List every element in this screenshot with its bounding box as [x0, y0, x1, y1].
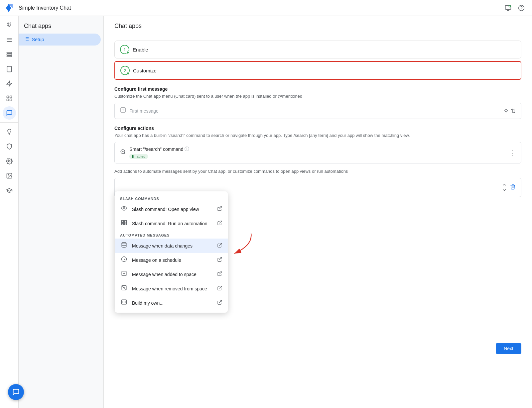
smart-search-content: Smart "/search" command ⓘ Enabled: [129, 146, 506, 159]
dropdown-item-open-app-view[interactable]: Slash command: Open app view: [115, 202, 228, 216]
build-own-icon: [120, 299, 128, 307]
dropdown-item-build-own[interactable]: Build my own...: [115, 296, 228, 310]
app-logo: [5, 3, 15, 13]
run-automation-label: Slash command: Run an automation: [132, 221, 213, 226]
setup-icon: [24, 36, 29, 43]
dropdown-item-data-changes[interactable]: Message when data changes: [115, 239, 228, 253]
main-content: Chat apps 1 Enable 2 Customize: [104, 16, 532, 408]
step2-badge: 2: [120, 66, 130, 75]
sidebar-icon-shield[interactable]: [3, 140, 16, 153]
monitor-icon-button[interactable]: [503, 3, 513, 13]
build-own-arrow: [217, 300, 222, 306]
data-changes-label: Message when data changes: [132, 243, 213, 249]
step1-label: Enable: [133, 47, 148, 52]
actions-dropdown: SLASH COMMANDS Slash command: Open app v…: [115, 191, 228, 313]
step-customize[interactable]: 2 Customize: [114, 61, 521, 80]
svg-point-29: [8, 174, 8, 175]
added-to-space-label: Message when added to space: [132, 272, 213, 277]
add-square-icon: [120, 107, 126, 115]
svg-line-47: [125, 223, 127, 224]
sidebar-icon-menu[interactable]: [3, 33, 16, 47]
svg-point-8: [8, 23, 9, 24]
configure-actions-title: Configure actions: [114, 126, 521, 131]
nav-sidebar-title: Chat apps: [19, 20, 103, 34]
sidebar-icon-settings[interactable]: [3, 154, 16, 168]
main-header-title: Chat apps: [114, 23, 521, 30]
sidebar-icon-lightbulb[interactable]: [3, 125, 16, 139]
configure-actions-section: Configure actions Your chat app has a bu…: [114, 126, 521, 197]
svg-rect-16: [7, 54, 12, 55]
main-header: Chat apps: [104, 16, 532, 35]
data-changes-arrow: [217, 243, 222, 249]
sidebar-icon-chat[interactable]: [3, 106, 16, 120]
fab-chat-button[interactable]: [8, 384, 24, 400]
svg-line-56: [122, 285, 126, 290]
monitor-icon: [505, 5, 511, 11]
eye-icon: [120, 205, 128, 213]
svg-point-11: [10, 25, 11, 26]
svg-rect-23: [7, 99, 9, 101]
svg-marker-20: [7, 81, 12, 87]
dropdown-item-removed-from-space[interactable]: Message when removed from space: [115, 281, 228, 296]
nav-sidebar: Chat apps Setup: [19, 16, 104, 408]
delete-icon[interactable]: [510, 184, 516, 191]
sidebar-icon-gallery[interactable]: [3, 169, 16, 182]
removed-from-space-arrow: [217, 285, 222, 292]
layout: Chat apps Setup Chat apps 1: [0, 16, 532, 408]
smart-search-label: Smart "/search" command: [129, 147, 183, 152]
svg-rect-24: [10, 99, 12, 101]
enabled-badge: Enabled: [129, 154, 148, 159]
automated-messages-header: AUTOMATED MESSAGES: [115, 231, 228, 239]
add-to-space-icon: [120, 270, 128, 278]
reorder-arrows[interactable]: [502, 182, 507, 193]
data-changes-icon: [120, 242, 128, 250]
sidebar-item-setup[interactable]: Setup: [19, 34, 101, 46]
svg-rect-22: [10, 96, 12, 98]
smart-search-box: Smart "/search" command ⓘ Enabled ⋮: [114, 142, 521, 163]
svg-rect-21: [7, 96, 9, 98]
svg-point-42: [123, 208, 125, 209]
first-message-desc: Customize the Chat app menu (Chat card) …: [114, 94, 521, 99]
sidebar-icon-lightning[interactable]: [3, 77, 16, 90]
sidebar-icon-list[interactable]: [3, 48, 16, 61]
open-app-view-label: Slash command: Open app view: [132, 207, 213, 212]
setup-label: Setup: [32, 37, 44, 42]
actions-row-controls: [502, 182, 516, 193]
help-circle-icon: [518, 5, 525, 11]
dropdown-item-added-to-space[interactable]: Message when added to space: [115, 267, 228, 281]
first-message-title: Configure first message: [114, 86, 521, 92]
three-dots-menu[interactable]: ⋮: [510, 149, 516, 156]
smart-search-info-icon: ⓘ: [185, 146, 189, 152]
top-header: Simple Inventory Chat: [0, 0, 532, 16]
sidebar-icon-widget[interactable]: [3, 92, 16, 105]
dropdown-item-schedule[interactable]: Message on a schedule: [115, 253, 228, 267]
schedule-label: Message on a schedule: [132, 257, 213, 263]
added-to-space-arrow: [217, 271, 222, 277]
run-automation-icon: [120, 220, 128, 227]
remove-from-space-icon: [120, 285, 128, 292]
svg-point-10: [8, 25, 9, 26]
configure-actions-desc: Your chat app has a built-in "/search" c…: [114, 133, 521, 138]
svg-rect-15: [7, 52, 12, 53]
dropdown-item-run-automation[interactable]: Slash command: Run an automation: [115, 216, 228, 231]
next-button[interactable]: Next: [496, 343, 521, 354]
svg-line-46: [125, 222, 127, 223]
first-message-placeholder: First message: [129, 108, 500, 114]
svg-point-48: [122, 243, 126, 244]
sidebar-icon-apps[interactable]: [3, 19, 16, 32]
open-app-view-arrow: [217, 206, 222, 212]
sidebar-divider: [0, 122, 18, 123]
help-circle-icon-button[interactable]: [516, 3, 527, 13]
step1-badge: 1: [120, 45, 129, 54]
first-message-field[interactable]: First message ⇅: [114, 103, 521, 119]
svg-point-9: [10, 23, 11, 24]
svg-point-27: [8, 160, 10, 162]
svg-rect-17: [7, 55, 12, 56]
header-icons: [503, 3, 527, 13]
step-enable[interactable]: 1 Enable: [114, 41, 521, 58]
configure-first-message-section: Configure first message Customize the Ch…: [114, 86, 521, 119]
sidebar-icon-graduation[interactable]: [3, 184, 16, 197]
search-icon: [120, 149, 126, 156]
step2-label: Customize: [133, 68, 157, 73]
sidebar-icon-tablet[interactable]: [3, 62, 16, 76]
